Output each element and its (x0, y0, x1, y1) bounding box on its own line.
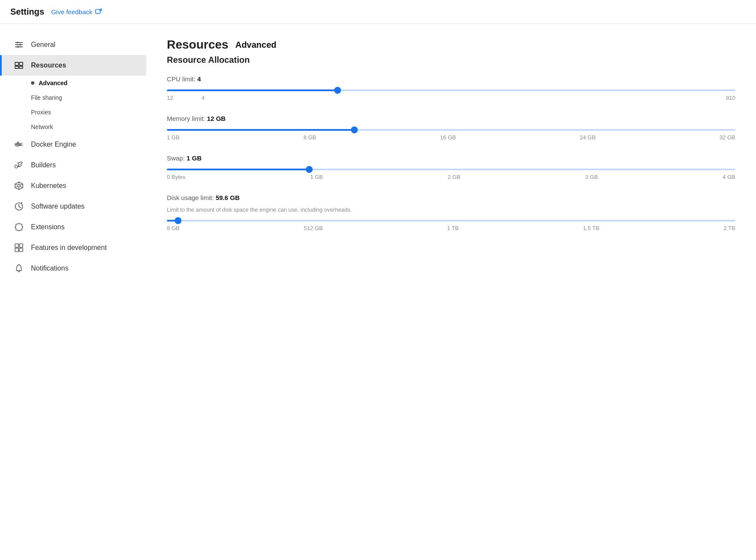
sidebar-item-notifications-label: Notifications (31, 265, 68, 272)
cpu-scale-labels: 1 2 4 8 10 (167, 95, 735, 101)
disk-thumb[interactable] (175, 217, 181, 224)
sidebar-item-docker-engine[interactable]: Docker Engine (0, 134, 146, 155)
memory-label-1gb: 1 GB (167, 134, 180, 141)
give-feedback-label: Give feedback (51, 8, 92, 15)
svg-rect-8 (15, 62, 18, 65)
svg-line-20 (15, 184, 18, 185)
memory-fill (167, 129, 354, 131)
puzzle-icon (14, 222, 24, 232)
disk-label-1tb: 1 TB (447, 225, 459, 231)
swap-slider-section: Swap: 1 GB 0 Bytes 1 GB 2 GB 3 GB 4 GB (167, 154, 735, 180)
disk-value: 59.6 GB (215, 194, 240, 201)
svg-rect-13 (17, 144, 19, 145)
cpu-fill (167, 89, 338, 91)
swap-thumb[interactable] (306, 166, 313, 173)
swap-label-3gb: 3 GB (585, 174, 598, 180)
sidebar-item-extensions-label: Extensions (31, 223, 65, 231)
docker-icon (14, 139, 24, 150)
cpu-slider[interactable] (167, 89, 735, 91)
subitem-dot-advanced (31, 81, 34, 85)
cpu-label-10: 10 (729, 95, 735, 101)
sidebar-subitem-proxies[interactable]: Proxies (31, 105, 146, 120)
swap-track (167, 169, 735, 170)
sidebar-item-extensions[interactable]: Extensions (0, 217, 146, 237)
sliders-icon (14, 40, 24, 50)
svg-rect-28 (19, 248, 23, 252)
sidebar-resources-subitems: Advanced File sharing Proxies Network (0, 76, 146, 134)
svg-rect-26 (19, 244, 23, 247)
memory-slider[interactable] (167, 129, 735, 131)
sidebar-item-general-label: General (31, 41, 55, 49)
sidebar-subitem-file-sharing-label: File sharing (31, 94, 62, 101)
sidebar-subitem-network[interactable]: Network (31, 120, 146, 134)
memory-label-8gb: 8 GB (304, 134, 317, 141)
page-title: Settings (10, 7, 44, 17)
cpu-label-1: 1 (167, 95, 170, 101)
content-header: Resources Advanced (167, 38, 735, 52)
cpu-track (167, 89, 735, 91)
disk-label: Disk usage limit: 59.6 GB (167, 194, 735, 201)
cpu-label-2: 2 (170, 95, 173, 101)
kubernetes-icon (14, 181, 24, 191)
swap-fill (167, 169, 309, 170)
cpu-slider-section: CPU limit: 4 1 2 4 8 10 (167, 75, 735, 101)
swap-label-1gb: 1 GB (310, 174, 323, 180)
sidebar-item-software-updates-label: Software updates (31, 203, 85, 210)
sidebar-subitem-proxies-label: Proxies (31, 109, 51, 116)
memory-label-24gb: 24 GB (580, 134, 596, 141)
memory-track (167, 129, 735, 131)
svg-rect-25 (15, 244, 18, 247)
sidebar-item-general[interactable]: General (0, 34, 146, 55)
svg-rect-9 (19, 62, 23, 65)
sidebar-item-builders[interactable]: Builders (0, 155, 146, 175)
cpu-thumb[interactable] (334, 87, 341, 94)
swap-scale-labels: 0 Bytes 1 GB 2 GB 3 GB 4 GB (167, 174, 735, 180)
svg-line-23 (15, 187, 18, 188)
disk-label-2tb: 2 TB (724, 225, 735, 231)
sidebar-item-kubernetes[interactable]: Kubernetes (0, 175, 146, 196)
sidebar-item-notifications[interactable]: Notifications (0, 258, 146, 279)
cpu-label: CPU limit: 4 (167, 75, 735, 83)
resources-icon (14, 60, 24, 71)
svg-rect-14 (17, 142, 19, 144)
swap-slider[interactable] (167, 169, 735, 170)
sidebar-item-builders-label: Builders (31, 161, 56, 169)
give-feedback-link[interactable]: Give feedback (51, 8, 102, 15)
sidebar-subitem-file-sharing[interactable]: File sharing (31, 90, 146, 105)
cpu-label-8: 8 (726, 95, 729, 101)
memory-label-32gb: 32 GB (719, 134, 735, 141)
main-layout: General Resources Advanced File sharing (0, 24, 756, 560)
sidebar-item-resources[interactable]: Resources (0, 55, 146, 76)
sidebar-subitem-network-label: Network (31, 123, 53, 130)
sidebar-subitem-advanced[interactable]: Advanced (31, 76, 146, 90)
svg-line-22 (20, 184, 23, 185)
svg-point-17 (18, 185, 20, 187)
svg-rect-10 (15, 66, 18, 68)
svg-rect-11 (19, 66, 23, 68)
disk-label-15tb: 1.5 TB (583, 225, 599, 231)
memory-thumb[interactable] (351, 126, 358, 133)
top-bar: Settings Give feedback (0, 0, 756, 24)
memory-scale-labels: 1 GB 8 GB 16 GB 24 GB 32 GB (167, 134, 735, 141)
sidebar-item-software-updates[interactable]: Software updates (0, 196, 146, 217)
main-content: Resources Advanced Resource Allocation C… (146, 24, 756, 560)
disk-slider[interactable] (167, 220, 735, 222)
swap-label-0: 0 Bytes (167, 174, 185, 180)
sidebar-item-resources-label: Resources (31, 62, 66, 69)
section-title: Resource Allocation (167, 55, 735, 65)
bell-icon (14, 263, 24, 274)
sidebar-item-features-dev[interactable]: Features in development (0, 237, 146, 258)
content-tab-advanced[interactable]: Advanced (235, 40, 277, 50)
sidebar: General Resources Advanced File sharing (0, 24, 146, 560)
content-title: Resources (167, 38, 228, 52)
memory-value: 12 GB (207, 115, 225, 122)
grid-icon (14, 243, 24, 253)
memory-slider-section: Memory limit: 12 GB 1 GB 8 GB 16 GB 24 G… (167, 115, 735, 141)
svg-line-21 (20, 187, 23, 188)
feedback-icon (95, 9, 102, 15)
sidebar-subitem-advanced-label: Advanced (39, 80, 68, 86)
disk-scale-labels: 8 GB 512 GB 1 TB 1.5 TB 2 TB (167, 225, 735, 231)
memory-label-16gb: 16 GB (440, 134, 456, 141)
svg-point-5 (17, 42, 18, 43)
disk-track (167, 220, 735, 222)
